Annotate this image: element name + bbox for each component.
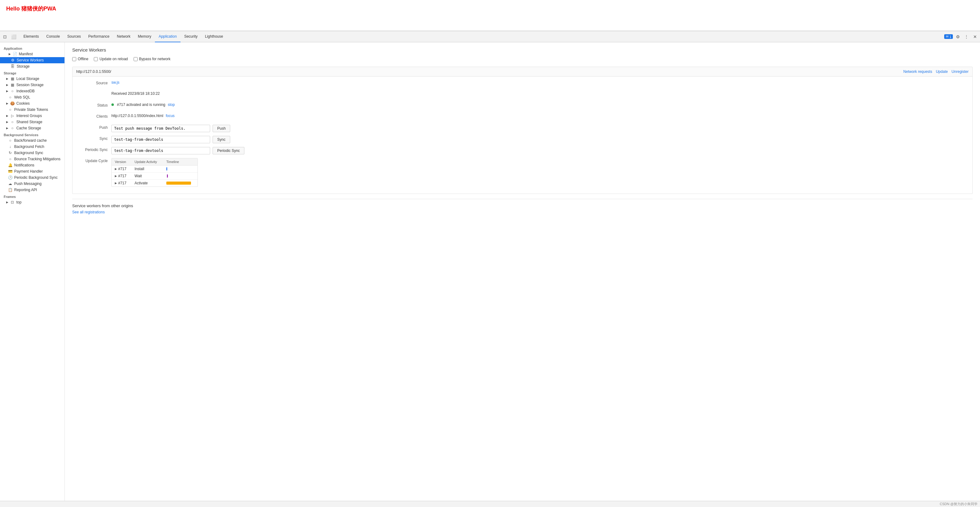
sidebar-label-cache-storage: Cache Storage bbox=[16, 126, 41, 130]
checkbox-bypass-label: Bypass for network bbox=[139, 57, 171, 61]
row2-version-num: #717 bbox=[118, 174, 127, 178]
ra-icon: 📋 bbox=[8, 188, 12, 192]
version-expand-1[interactable]: ▶ #717 bbox=[115, 167, 128, 171]
sidebar-item-local-storage[interactable]: ▶ ▦ Local Storage bbox=[0, 76, 65, 82]
sidebar-item-service-workers[interactable]: ⚙ Service Workers bbox=[0, 57, 65, 63]
sidebar-item-indexeddb[interactable]: ▶ ○ IndexedDB bbox=[0, 88, 65, 94]
received-label bbox=[78, 91, 111, 92]
focus-link[interactable]: focus bbox=[166, 114, 175, 118]
notification-badge[interactable]: ✉ 1 bbox=[944, 34, 953, 39]
tab-memory[interactable]: Memory bbox=[134, 31, 155, 42]
pbs-icon: 🕐 bbox=[8, 175, 12, 180]
sidebar-item-manifest[interactable]: ▶ 📄 Manifest bbox=[0, 51, 65, 57]
sidebar-item-shared-storage[interactable]: ▶ ○ Shared Storage bbox=[0, 119, 65, 125]
checkbox-bypass-network[interactable]: Bypass for network bbox=[134, 57, 171, 61]
sidebar-section-background: Background Services bbox=[0, 131, 65, 137]
tab-sources[interactable]: Sources bbox=[64, 31, 84, 42]
sidebar-item-payment-handler[interactable]: 💳 Payment Handler bbox=[0, 168, 65, 174]
source-value: sw.js bbox=[111, 80, 967, 84]
row2-activity: Wait bbox=[132, 172, 163, 180]
clients-value: http://127.0.0.1:5500/index.html focus bbox=[111, 114, 967, 118]
sidebar-label-storage-app: Storage bbox=[17, 64, 30, 69]
device-icon[interactable]: ⬜ bbox=[10, 33, 17, 40]
sidebar-item-cookies[interactable]: ▶ 🍪 Cookies bbox=[0, 100, 65, 107]
tab-console[interactable]: Console bbox=[43, 31, 64, 42]
sidebar-label-notifications: Notifications bbox=[14, 163, 34, 167]
sidebar-label-frames: top bbox=[16, 200, 22, 204]
close-icon[interactable]: ✕ bbox=[971, 33, 979, 40]
manifest-icon: 📄 bbox=[13, 52, 17, 56]
sidebar-label-local-storage: Local Storage bbox=[16, 77, 39, 81]
sw-header: http://127.0.0.1:5500/ Network requests … bbox=[73, 67, 972, 77]
checkbox-offline[interactable]: Offline bbox=[72, 57, 88, 61]
mini-arrow-2: ▶ bbox=[115, 174, 117, 177]
checkbox-bypass-input[interactable] bbox=[134, 57, 138, 61]
page-title: Hello 猪猪侠的PWA bbox=[6, 5, 974, 12]
periodic-sync-input[interactable] bbox=[111, 147, 210, 155]
sidebar-item-frames[interactable]: ▶ ⊡ top bbox=[0, 199, 65, 205]
periodic-sync-button[interactable]: Periodic Sync bbox=[213, 147, 244, 155]
sw-periodic-sync-row: Periodic Sync Periodic Sync bbox=[78, 147, 967, 155]
push-input[interactable] bbox=[111, 125, 210, 132]
sw-js-link[interactable]: sw.js bbox=[111, 80, 119, 84]
checkbox-offline-input[interactable] bbox=[72, 57, 76, 61]
sidebar-item-web-sql[interactable]: ○ Web SQL bbox=[0, 94, 65, 100]
sidebar-label-session-storage: Session Storage bbox=[16, 83, 43, 87]
sync-button[interactable]: Sync bbox=[213, 136, 230, 143]
tab-application[interactable]: Application bbox=[155, 31, 180, 42]
row3-version: ▶ #717 bbox=[112, 180, 132, 187]
sync-input[interactable] bbox=[111, 136, 210, 143]
checkbox-update-input[interactable] bbox=[94, 57, 98, 61]
ig-icon: ▷ bbox=[10, 114, 14, 118]
sidebar-label-sw: Service Workers bbox=[17, 58, 44, 62]
checkbox-update-on-reload[interactable]: Update on reload bbox=[94, 57, 128, 61]
version-expand-3[interactable]: ▶ #717 bbox=[115, 181, 128, 185]
status-dot bbox=[111, 104, 114, 106]
tab-elements[interactable]: Elements bbox=[20, 31, 43, 42]
sidebar-item-back-forward-cache[interactable]: ○ Back/forward cache bbox=[0, 137, 65, 143]
sidebar-item-push-messaging[interactable]: ☁ Push Messaging bbox=[0, 181, 65, 187]
inspect-icon[interactable]: ⊡ bbox=[1, 33, 9, 40]
unregister-link[interactable]: Unregister bbox=[951, 70, 969, 74]
sidebar-item-interest-groups[interactable]: ▶ ▷ Interest Groups bbox=[0, 113, 65, 119]
version-expand-2[interactable]: ▶ #717 bbox=[115, 174, 128, 178]
checkbox-update-label: Update on reload bbox=[99, 57, 128, 61]
content-pane: Service Workers Offline Update on reload… bbox=[65, 42, 980, 501]
update-cycle-value: Version Update Activity Timeline bbox=[111, 158, 967, 187]
tab-security[interactable]: Security bbox=[180, 31, 201, 42]
update-link[interactable]: Update bbox=[936, 70, 948, 74]
bar-wait bbox=[167, 174, 168, 177]
tab-network[interactable]: Network bbox=[113, 31, 134, 42]
notif-icon: 🔔 bbox=[8, 163, 12, 167]
sidebar-item-storage-app[interactable]: 🗄 Storage bbox=[0, 63, 65, 70]
sidebar-item-session-storage[interactable]: ▶ ▦ Session Storage bbox=[0, 82, 65, 88]
sidebar-section-frames: Frames bbox=[0, 193, 65, 199]
tab-lighthouse[interactable]: Lighthouse bbox=[201, 31, 227, 42]
sidebar-item-reporting-api[interactable]: 📋 Reporting API bbox=[0, 187, 65, 193]
pst-icon: ○ bbox=[8, 107, 12, 112]
local-storage-icon: ▦ bbox=[10, 77, 14, 81]
sync-label: Sync bbox=[78, 136, 111, 141]
sidebar-item-private-state-tokens[interactable]: ○ Private State Tokens bbox=[0, 107, 65, 113]
sidebar: Application ▶ 📄 Manifest ⚙ Service Worke… bbox=[0, 42, 65, 501]
more-icon[interactable]: ⋮ bbox=[963, 33, 970, 40]
stop-link[interactable]: stop bbox=[168, 102, 175, 107]
checkboxes-row: Offline Update on reload Bypass for netw… bbox=[72, 57, 973, 61]
sidebar-item-bounce-tracking[interactable]: ○ Bounce Tracking Mitigations bbox=[0, 156, 65, 162]
sidebar-item-background-sync[interactable]: ↻ Background Sync bbox=[0, 150, 65, 156]
source-label: Source bbox=[78, 80, 111, 85]
update-cycle-table: Version Update Activity Timeline bbox=[111, 158, 198, 187]
sidebar-item-background-fetch[interactable]: ↓ Background Fetch bbox=[0, 143, 65, 150]
status-text: #717 activated and is running bbox=[117, 102, 165, 107]
see-all-registrations-link[interactable]: See all registrations bbox=[72, 210, 105, 214]
tab-performance[interactable]: Performance bbox=[84, 31, 113, 42]
network-requests-link[interactable]: Network requests bbox=[904, 70, 932, 74]
periodic-sync-label: Periodic Sync bbox=[78, 147, 111, 152]
settings-icon[interactable]: ⚙ bbox=[954, 33, 961, 40]
sidebar-item-notifications[interactable]: 🔔 Notifications bbox=[0, 162, 65, 168]
sidebar-item-periodic-bg-sync[interactable]: 🕐 Periodic Background Sync bbox=[0, 174, 65, 181]
sidebar-item-cache-storage[interactable]: ▶ ○ Cache Storage bbox=[0, 125, 65, 131]
bgsync-icon: ↻ bbox=[8, 151, 12, 155]
row3-timeline bbox=[163, 180, 197, 187]
push-button[interactable]: Push bbox=[213, 125, 230, 132]
